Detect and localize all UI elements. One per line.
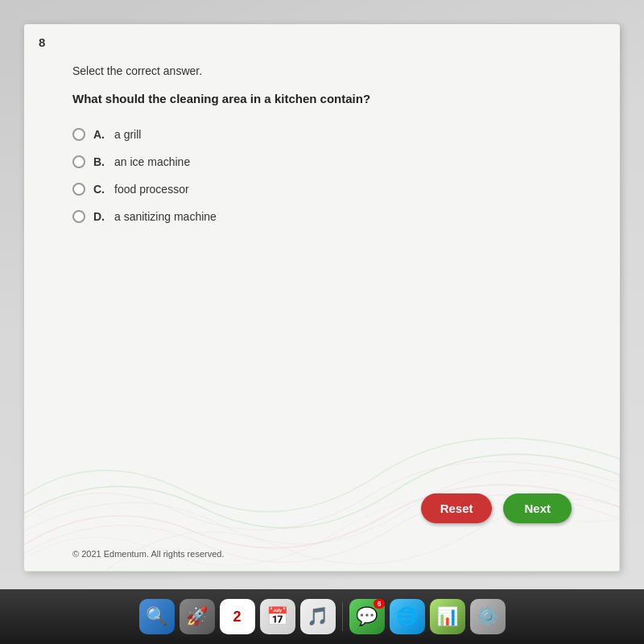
radio-a[interactable]	[72, 128, 85, 141]
safari-icon[interactable]: 🌐	[390, 599, 425, 634]
music-icon[interactable]: 🎵	[300, 599, 336, 634]
question-text: What should the cleaning area in a kitch…	[72, 92, 572, 105]
option-a-text: a grill	[114, 128, 141, 141]
radio-b[interactable]	[72, 155, 85, 168]
option-a[interactable]: A. a grill	[72, 128, 572, 141]
calendar-icon[interactable]: 2	[220, 599, 255, 634]
calendar-date: 2	[233, 609, 241, 625]
option-d-text: a sanitizing machine	[114, 210, 217, 223]
reset-button[interactable]: Reset	[421, 493, 493, 523]
instruction-text: Select the correct answer.	[72, 64, 572, 77]
launchpad-icon[interactable]: 🚀	[180, 599, 215, 634]
option-d[interactable]: D. a sanitizing machine	[72, 210, 572, 223]
finder-icon[interactable]: 🔍	[139, 599, 175, 634]
next-button[interactable]: Next	[503, 493, 572, 523]
system-prefs-icon[interactable]: ⚙️	[470, 599, 506, 634]
screen: 8 Select the correct answer. What should…	[0, 0, 644, 644]
question-content: Select the correct answer. What should t…	[24, 24, 620, 254]
option-c[interactable]: C. food processor	[72, 183, 572, 196]
option-b-letter: B.	[93, 155, 106, 168]
mac-taskbar: 🔍 🚀 2 📅 🎵 💬 6 🌐 📊 ⚙️	[0, 589, 644, 644]
option-d-letter: D.	[93, 210, 106, 223]
answer-options: A. a grill B. an ice machine C. food pro…	[72, 128, 572, 223]
radio-d[interactable]	[72, 210, 85, 223]
option-b[interactable]: B. an ice machine	[72, 155, 572, 168]
copyright-text: © 2021 Edmentum. All rights reserved.	[72, 549, 224, 559]
content-card: 8 Select the correct answer. What should…	[24, 24, 620, 572]
option-c-text: food processor	[114, 183, 189, 196]
buttons-area: Reset Next	[421, 493, 572, 523]
radio-c[interactable]	[72, 183, 85, 196]
option-b-text: an ice machine	[114, 155, 190, 168]
wave-decoration	[24, 314, 620, 572]
messages-badge: 6	[374, 599, 384, 609]
dock-separator	[342, 602, 343, 631]
messages-icon[interactable]: 💬 6	[349, 599, 385, 634]
option-a-letter: A.	[93, 128, 106, 141]
ical-icon[interactable]: 📅	[260, 599, 295, 634]
numbers-icon[interactable]: 📊	[430, 599, 465, 634]
option-c-letter: C.	[93, 183, 106, 196]
